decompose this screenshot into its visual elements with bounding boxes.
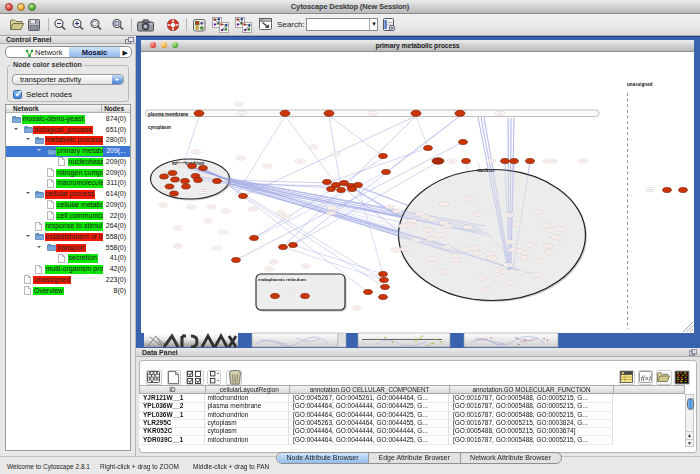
svg-text:unassigned: unassigned [627,82,653,87]
svg-text:endoplasmic reticulum: endoplasmic reticulum [258,277,306,282]
svg-text:f(x): f(x) [641,374,651,382]
svg-text:plasma membrane: plasma membrane [148,112,189,117]
svg-text:cytoplasm: cytoplasm [148,125,171,130]
